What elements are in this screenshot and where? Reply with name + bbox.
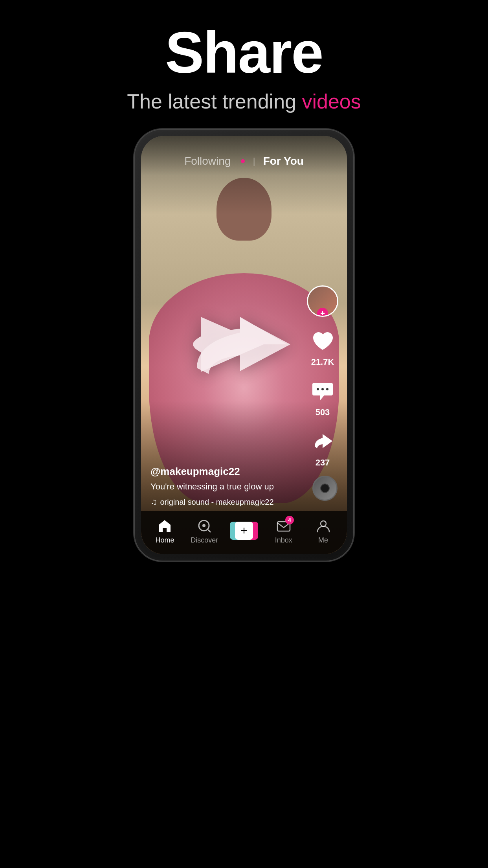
discover-label: Discover <box>191 536 218 544</box>
bottom-nav: Home Discover + <box>141 511 347 554</box>
subtitle-text-start: The latest trending <box>127 90 302 113</box>
creator-avatar-item[interactable]: + <box>307 285 338 317</box>
like-icon[interactable] <box>309 328 336 355</box>
bottom-nav-create[interactable]: + <box>224 522 264 540</box>
discover-icon[interactable] <box>196 517 213 535</box>
hero-section: Share The latest trending videos <box>0 0 488 129</box>
svg-point-4 <box>202 524 205 527</box>
phone-outer: Following | For You + <box>134 129 354 561</box>
creator-avatar[interactable]: + <box>307 285 338 317</box>
video-top-nav: Following | For You <box>141 136 347 175</box>
share-icon[interactable] <box>309 428 336 455</box>
hero-subtitle: The latest trending videos <box>0 90 488 113</box>
sound-name: original sound - makeupmagic22 <box>160 498 274 507</box>
svg-point-7 <box>321 521 326 526</box>
nav-divider: | <box>253 156 255 167</box>
inbox-icon[interactable]: 4 <box>275 517 292 535</box>
phone-screen: Following | For You + <box>141 136 347 554</box>
share-count: 237 <box>316 458 330 468</box>
like-count: 21.7K <box>311 357 334 367</box>
following-dot <box>241 159 245 163</box>
subtitle-highlight: videos <box>302 90 361 113</box>
home-icon[interactable] <box>156 517 173 535</box>
bottom-nav-me[interactable]: Me <box>303 517 343 544</box>
svg-point-2 <box>326 388 328 390</box>
nav-tabs: Following | For You <box>184 155 304 167</box>
following-tab[interactable]: Following <box>184 155 231 167</box>
phone-mockup: Following | For You + <box>134 129 354 561</box>
home-label: Home <box>155 536 174 544</box>
music-disc <box>312 476 338 501</box>
inbox-badge-count: 4 <box>285 516 294 524</box>
like-action[interactable]: 21.7K <box>309 328 336 367</box>
bottom-nav-inbox[interactable]: 4 Inbox <box>264 517 303 544</box>
side-actions: + 21.7K <box>307 285 338 468</box>
share-action[interactable]: 237 <box>309 428 336 468</box>
follow-plus-icon[interactable]: + <box>317 308 328 317</box>
share-arrow-overlay <box>185 293 303 397</box>
svg-point-1 <box>321 388 324 390</box>
svg-point-0 <box>317 388 319 390</box>
video-caption: You're witnessing a true glow up <box>150 481 308 493</box>
bottom-nav-home[interactable]: Home <box>145 517 185 544</box>
video-info: @makeupmagic22 You're witnessing a true … <box>150 465 308 507</box>
sound-info[interactable]: ♫ original sound - makeupmagic22 <box>150 497 308 507</box>
create-button[interactable]: + <box>230 522 258 540</box>
me-label: Me <box>318 536 328 544</box>
hero-title: Share <box>0 24 488 82</box>
for-you-tab[interactable]: For You <box>263 155 304 167</box>
bottom-nav-discover[interactable]: Discover <box>185 517 224 544</box>
plus-icon[interactable]: + <box>235 522 253 540</box>
profile-icon[interactable] <box>315 517 332 535</box>
comment-icon[interactable] <box>309 378 336 405</box>
creator-username[interactable]: @makeupmagic22 <box>150 465 308 478</box>
comment-action[interactable]: 503 <box>309 378 336 417</box>
svg-line-5 <box>208 530 210 532</box>
music-note-icon: ♫ <box>150 497 157 507</box>
inbox-label: Inbox <box>275 536 292 544</box>
comment-count: 503 <box>316 407 330 417</box>
